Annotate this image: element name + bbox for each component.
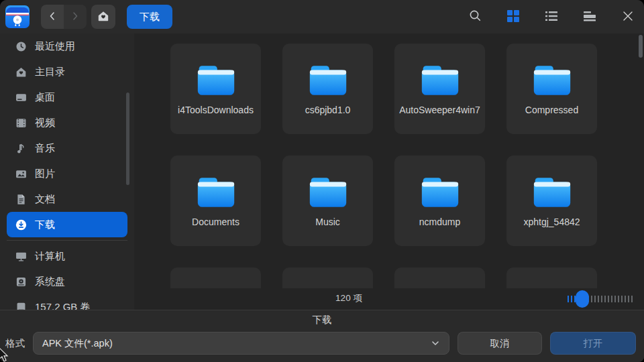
chevron-right-icon	[70, 11, 80, 23]
status-bar: 120 项	[134, 288, 644, 310]
search-button[interactable]	[468, 10, 482, 23]
folder-grid: i4ToolsDownloads cs6pjbd1.0 AutoSweeper4…	[134, 34, 644, 288]
sidebar-item-desktop[interactable]: 桌面	[7, 84, 127, 110]
folder-name: cs6pjbd1.0	[301, 105, 356, 116]
file-manager-app-icon[interactable]	[5, 5, 30, 28]
folder-item-partial[interactable]	[506, 267, 597, 288]
image-icon	[15, 168, 27, 180]
sidebar-item-label: 文档	[35, 193, 55, 206]
folder-icon	[309, 176, 347, 209]
close-button[interactable]	[621, 10, 635, 23]
computer-icon	[15, 251, 27, 262]
chevron-down-icon	[431, 339, 440, 348]
breadcrumb-download[interactable]: 下载	[127, 5, 172, 29]
sidebar-item-label: 音乐	[35, 142, 55, 155]
sidebar-scrollbar[interactable]	[126, 93, 129, 185]
dialog-footer: 下载 格式 APK 文件(*.apk) 取消 打开	[0, 310, 644, 362]
file-grid-area: i4ToolsDownloads cs6pjbd1.0 AutoSweeper4…	[134, 34, 644, 310]
folder-item[interactable]: ncmdump	[394, 156, 485, 246]
sidebar-item-videos[interactable]: 视频	[7, 110, 127, 135]
close-icon	[623, 11, 633, 23]
folder-icon	[197, 64, 235, 97]
chevron-left-icon	[47, 11, 58, 23]
slider-thumb[interactable]	[576, 290, 589, 308]
folder-name: Documents	[187, 217, 244, 228]
list-view-button[interactable]	[545, 10, 558, 23]
home-button[interactable]	[91, 5, 115, 29]
folder-name: i4ToolsDownloads	[173, 105, 258, 116]
film-icon	[15, 117, 27, 129]
open-button[interactable]: 打开	[550, 332, 636, 355]
home-icon	[15, 66, 27, 78]
sidebar-item-downloads[interactable]: 下载	[7, 212, 127, 237]
folder-icon	[197, 176, 235, 209]
sidebar-item-label: 视频	[35, 117, 55, 129]
document-icon	[15, 194, 27, 205]
sidebar-item-system-disk[interactable]: 系统盘	[7, 269, 127, 294]
titlebar-actions	[468, 10, 635, 23]
icon-size-slider[interactable]	[565, 288, 636, 310]
sidebar-item-label: 计算机	[35, 250, 65, 263]
sidebar-separator	[7, 240, 127, 241]
folder-icon	[309, 64, 347, 97]
sidebar-item-label: 主目录	[35, 66, 65, 78]
dialog-controls: 格式 APK 文件(*.apk) 取消 打开	[5, 332, 636, 355]
forward-button[interactable]	[64, 5, 87, 29]
sidebar-item-documents[interactable]: 文档	[7, 186, 127, 212]
back-button[interactable]	[41, 5, 64, 29]
sidebar-item-computer[interactable]: 计算机	[7, 243, 127, 269]
grid-view-button[interactable]	[506, 10, 520, 23]
sidebar-item-pictures[interactable]: 图片	[7, 161, 127, 186]
folder-item-partial[interactable]	[394, 267, 485, 288]
dialog-title: 下载	[0, 314, 644, 326]
clock-icon	[15, 41, 27, 52]
folder-name: Compressed	[521, 105, 583, 116]
folder-icon	[533, 176, 572, 209]
folder-item[interactable]: xphtgj_54842	[506, 156, 597, 246]
sidebar-item-music[interactable]: 音乐	[7, 135, 127, 161]
sidebar-item-label: 最近使用	[35, 40, 75, 53]
desktop-icon	[15, 92, 27, 103]
folder-item[interactable]: Music	[282, 156, 373, 246]
sidebar-item-label: 系统盘	[35, 276, 65, 288]
sidebar-item-label: 下载	[35, 219, 55, 231]
folder-icon	[533, 64, 572, 97]
detail-view-button[interactable]	[583, 10, 596, 23]
folder-item[interactable]: i4ToolsDownloads	[170, 44, 261, 134]
sidebar-item-label: 桌面	[35, 91, 55, 104]
folder-item[interactable]: Documents	[170, 156, 261, 246]
folder-item[interactable]: Compressed	[506, 44, 597, 134]
folder-item-partial[interactable]	[170, 267, 261, 288]
detail-view-icon	[584, 10, 596, 24]
disk-icon	[15, 276, 27, 288]
folder-item[interactable]: cs6pjbd1.0	[282, 44, 373, 134]
sidebar-item-volume[interactable]: 157.2 GB 卷	[7, 294, 127, 310]
sidebar-item-label: 157.2 GB 卷	[35, 301, 91, 310]
cancel-button[interactable]: 取消	[458, 332, 542, 355]
item-count: 120 项	[134, 288, 564, 310]
folder-icon	[421, 176, 460, 209]
sidebar-item-home[interactable]: 主目录	[7, 59, 127, 84]
sidebar-item-recent[interactable]: 最近使用	[7, 34, 127, 59]
format-select[interactable]: APK 文件(*.apk)	[33, 332, 449, 355]
folder-name: ncmdump	[415, 217, 465, 228]
search-icon	[469, 9, 482, 24]
format-label: 格式	[5, 337, 25, 350]
home-icon	[97, 10, 109, 24]
sidebar-item-label: 图片	[35, 168, 55, 180]
folder-name: AutoSweeper4win7	[394, 105, 485, 116]
volume-icon	[15, 302, 27, 310]
folder-name: Music	[311, 217, 345, 228]
folder-name: xphtgj_54842	[519, 217, 584, 228]
download-icon	[15, 219, 27, 231]
folder-item[interactable]: AutoSweeper4win7	[394, 44, 485, 134]
content-scrollbar[interactable]	[639, 35, 643, 58]
folder-icon	[421, 64, 460, 97]
music-note-icon	[15, 143, 27, 154]
navigation-buttons	[41, 5, 87, 29]
titlebar: 下载	[0, 0, 644, 34]
file-manager-window: 下载	[0, 0, 644, 362]
sidebar: 最近使用 主目录 桌面 视频	[0, 34, 134, 310]
format-value: APK 文件(*.apk)	[42, 337, 113, 350]
folder-item-partial[interactable]	[282, 267, 373, 288]
